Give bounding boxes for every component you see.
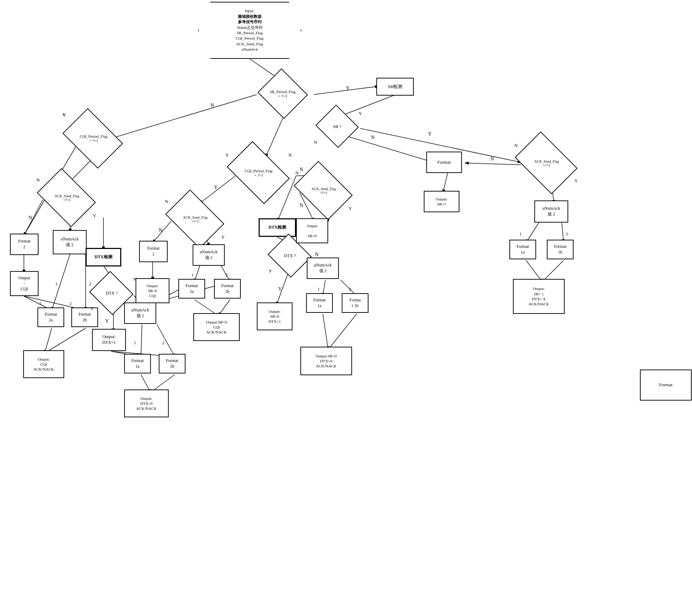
unumack-dtx-mid-label: uNumAck值 2 [314,263,332,274]
output-dtx1-left-label: Output:DTX=1 [102,334,116,345]
format1b-dtx-mid: Format 1b [342,293,368,313]
output-cqi-ack-left: Output:CQIACK/NACK [23,350,64,378]
svg-text:1: 1 [55,281,57,286]
svg-text:N: N [210,103,214,108]
format2a-mid: Format2a [178,279,205,299]
format1b-dtx-left: Format1b [159,354,185,373]
format1b-dtx-left-label: Format1b [166,358,178,369]
unumack-dtx-mid: uNumAck值 2 [307,258,339,279]
svg-text:1: 1 [192,273,194,278]
ack-send-flag-left: ACK_Send_Flag=?=1 N Y [36,177,98,219]
svg-text:N: N [29,215,32,220]
output-sr1-label: Output:SR=1 [436,197,448,207]
format2-left-label: Format2 [18,239,31,250]
format1b-far-right-label: Format1b [554,244,566,255]
svg-line-1 [109,95,257,139]
dtx-detect-mid: DTX检测 [259,218,296,237]
sr-q-diamond: SR ? N Y [314,109,360,144]
sr-detect-label: SR检测 [388,84,403,90]
svg-text:1: 1 [317,287,320,292]
format1a-dtx-left-label: Format1a [131,358,144,369]
output-sr0-left: Output:SR=0 [296,218,328,243]
svg-line-40 [141,325,142,357]
output-sr0-cqi-ack-mid-label: Output:SR=0CQIACK/NACK [206,320,227,335]
format1b-dtx-mid-label: Format 1b [350,297,361,309]
unumack-far-right-label: uNumAck值 2 [543,206,560,217]
output-sr1-dtx-x-ack: Output:SR= 1DTX= XACK/NACK [513,279,565,314]
output-sr0-dtx0-ack-mid: Output:SR=0DTX=0ACK/NACK [300,347,352,375]
svg-line-87 [542,260,564,282]
svg-text:2: 2 [225,273,228,278]
format1a-dtx-mid-label: Format1a [313,297,326,309]
svg-text:N: N [490,156,494,162]
svg-text:Y: Y [278,286,282,292]
cqi-period-flag-mid: CQI_Period_Flag= ?=1 Y N [225,152,292,194]
unumack-mid: uNumAck值 2 [193,244,225,266]
format2-mid-label: Format2 [147,246,160,257]
format1a-far-right-label: Format1a [517,244,529,255]
svg-text:Y: Y [346,86,350,91]
dtx-detect-left-label: DTX检测 [95,254,112,260]
format2b-mid: Format2b [214,279,241,299]
svg-text:1: 1 [134,340,136,345]
dtx-detect-mid-label: DTX检测 [269,225,286,230]
svg-text:2: 2 [566,231,568,236]
format-sr-n-label: Format [437,159,451,166]
output-sr0-left-label: Output:SR=0 [307,223,318,239]
svg-line-63 [276,273,288,305]
svg-text:2: 2 [70,301,72,306]
svg-text:2: 2 [349,287,351,292]
svg-text:Y: Y [428,131,432,137]
unumack-far-right: uNumAck值 2 [534,200,568,223]
svg-line-78 [465,163,521,165]
input-label: Input: 频域接收数据 参考信号序列 Walsh正交序列 SR_Period… [236,8,264,52]
svg-text:Y: Y [105,319,109,324]
format-bottom-right-label: Format [659,382,673,388]
output-sr0-dtx1-mid-label: Output:SR=0DTX=1 [269,309,281,324]
sr-period-flag-diamond: SR_Period_Flag= ?=1 [253,73,312,114]
output-sr1: Output:SR=1 [424,191,459,212]
input-node: Input: 频域接收数据 参考信号序列 Walsh正交序列 SR_Period… [198,2,301,59]
sr-detect: SR检测 [376,78,414,96]
unumack-left: uNumAck值 2 [53,230,87,254]
output-sr0-cqi-mid: Output:SR=0CQI [136,278,169,303]
format1a-dtx-mid: Format1a [306,293,333,313]
output-sr0-dtx0-ack-mid-label: Output:SR=0DTX=0ACK/NACK [316,353,337,369]
ack-send-flag-right-mid: ACK_Send_Flag=?=1 N Y [292,169,355,212]
output-sr0-cqi-ack-mid: Output:SR=0CQIACK/NACK [193,313,240,341]
svg-line-24 [45,328,52,353]
output-sr0-dtx1-mid: Output:SR=0DTX=1 [257,302,292,330]
svg-text:1: 1 [39,301,41,306]
unumack-dtx-left-label: uNumAck值 2 [131,307,149,319]
output-sr1-dtx-x-ack-label: Output:SR= 1DTX= XACK/NACK [529,286,549,306]
output-cqi-ack-left-label: Output:CQIACK/NACK [34,357,54,372]
unumack-left-label: uNumAck值 2 [61,236,79,248]
ack-send-flag-mid: ACK_Send_Flag=?=1 N Y [164,198,227,241]
cqi-period-flag-left: CQI_Period_Flag= ?=1 Y [61,118,127,159]
svg-line-41 [157,325,175,357]
svg-text:1: 1 [519,231,521,236]
format2b-left-label: Format2b [78,312,91,323]
format2-left: Format2 [10,234,39,255]
svg-text:2: 2 [162,340,164,345]
format1b-far-right: Format1b [547,240,574,259]
unumack-mid-label: uNumAck值 2 [200,249,218,260]
output-cqi-left-label: Output:CQI [18,275,30,292]
svg-text:N: N [315,252,319,257]
svg-text:N: N [371,135,375,140]
svg-text:N: N [159,228,162,233]
svg-line-6 [266,112,285,157]
svg-line-3 [314,86,378,95]
output-sr0-cqi-mid-label: Output:SR=0CQI [147,283,159,299]
format-bottom-right: Format [640,370,692,401]
format2-mid: Format2 [139,241,168,262]
svg-line-77 [443,173,448,193]
format2b-mid-label: Format2b [221,283,234,294]
format2a-mid-label: Format2a [185,283,198,294]
dtx-detect-left: DTX检测 [86,248,121,266]
ack-send-flag-far-right: ACK_Send_Flag=?=1 N Y [514,141,580,185]
output-dtx0-ack-left: Output:DTX=0ACK/NACK [124,390,169,417]
format-sr-n: Format [426,152,462,173]
svg-line-26 [52,253,70,310]
format2a-left-label: Format2a [45,312,57,323]
